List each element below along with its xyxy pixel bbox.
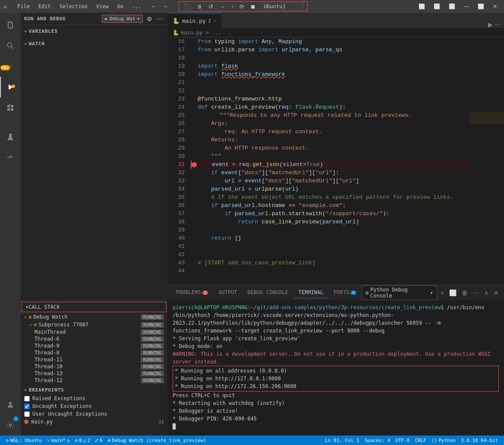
panel-tab-ports[interactable]: PORTS6 <box>328 287 362 298</box>
more-button[interactable]: ⋯ <box>155 15 164 23</box>
call-stack-group-debug-watch[interactable]: ▾ ⚙ Debug Watch RUNNING <box>21 313 167 321</box>
status-encoding[interactable]: UTF-8 <box>393 436 412 445</box>
debug-stepout-button[interactable]: ↑ <box>230 3 235 10</box>
activity-source-control[interactable]: ⑂ 1K+ <box>0 56 21 77</box>
debug-restart-button[interactable]: ⟳ <box>238 3 246 10</box>
layout-button-2[interactable]: ⬜ <box>430 3 444 10</box>
code-content[interactable]: from typing import Any, Mapping from url… <box>189 38 469 285</box>
watch-header[interactable]: ▾ WATCH <box>21 39 167 48</box>
activity-search[interactable] <box>0 35 21 56</box>
maximize-button[interactable]: ⬜ <box>474 3 488 10</box>
terminal-content[interactable]: pierrick@LAPTOP-HKU5PNNG:~/git/add-ons-s… <box>167 300 504 436</box>
activity-extensions[interactable] <box>0 97 21 118</box>
network-icon: ⑇ <box>95 438 98 443</box>
run-button[interactable]: ▶ <box>488 21 493 28</box>
status-debug[interactable]: ⊕ Debug Watch (create_link_preview) <box>105 436 209 445</box>
sidebar: RUN AND DEBUG ▶ Debug Wat ▾ ⚙ ⋯ ▾ VARIAB… <box>21 13 167 436</box>
status-ln-col[interactable]: Ln 81, Col 1 <box>322 436 362 445</box>
raised-exceptions-checkbox[interactable] <box>24 396 30 401</box>
debug-disconnect-button[interactable]: ⏹ <box>249 3 257 10</box>
breakpoints-section: ▾ BREAKPOINTS Raised Exceptions Uncaught… <box>21 384 167 427</box>
editor-more-button[interactable]: ⋯ <box>495 21 501 28</box>
layout-button-1[interactable]: ⬜ <box>415 3 428 10</box>
status-network[interactable]: ⑇ 6 <box>93 436 105 445</box>
thread-12[interactable]: Thread-12 RUNNING <box>21 377 167 384</box>
status-language[interactable]: ⟨⟩ Python <box>429 436 458 445</box>
debug-status-icon: ⊕ <box>108 438 111 443</box>
activity-explorer[interactable] <box>0 15 21 35</box>
language-text: Python <box>438 438 456 443</box>
menu-view[interactable]: View <box>93 3 112 10</box>
activity-run-debug[interactable]: 1 <box>0 77 21 97</box>
split-terminal-button[interactable]: ⬜ <box>447 288 458 297</box>
uncaught-exceptions-checkbox[interactable] <box>24 404 30 409</box>
activity-settings[interactable]: 1 <box>0 415 21 436</box>
menu-go[interactable]: Go <box>114 3 127 10</box>
thread-6[interactable]: Thread-6 RUNNING <box>21 335 167 342</box>
nav-back-button[interactable]: ← <box>149 3 159 10</box>
variables-header[interactable]: ▾ VARIABLES <box>21 27 167 36</box>
thread-13[interactable]: Thread-13 RUNNING <box>21 370 167 377</box>
debug-stop-button[interactable]: ⬛ <box>183 3 192 10</box>
panel-more-button[interactable]: ⋯ <box>471 288 481 297</box>
layout-button-3[interactable]: ⬜ <box>445 3 459 10</box>
menu-edit[interactable]: Edit <box>35 3 54 10</box>
tab-close-button[interactable]: ✕ <box>214 18 217 24</box>
status-branch[interactable]: ⑂ main* ↻ <box>44 436 72 445</box>
activity-accounts[interactable] <box>0 394 21 415</box>
breadcrumb-text: main.py > ... <box>181 30 221 36</box>
panel-tab-output[interactable]: OUTPUT <box>213 287 242 298</box>
thread-8[interactable]: Thread-8 RUNNING <box>21 349 167 356</box>
breakpoint-user-uncaught[interactable]: User Uncaught Exceptions <box>21 410 167 418</box>
panel-maximize-button[interactable]: ∧ <box>482 288 490 297</box>
debug-watch-chevron: ▾ <box>24 315 27 320</box>
thread-10[interactable]: Thread-10 RUNNING <box>21 363 167 370</box>
thread-11[interactable]: Thread-11 RUNNING <box>21 356 167 363</box>
debug-stepin-button[interactable]: → <box>218 3 226 10</box>
menu-selection[interactable]: Selection <box>56 3 91 10</box>
code-line-20: import functions_framework <box>191 70 469 78</box>
menu-more[interactable]: ... <box>129 3 145 10</box>
terminal-line-debugger-active: * Debugger is active! <box>173 407 499 415</box>
debug-pause-button[interactable]: ⏸ <box>195 3 204 10</box>
breakpoint-uncaught-exceptions[interactable]: Uncaught Exceptions <box>21 402 167 410</box>
status-line-ending[interactable]: CRLF <box>412 436 429 445</box>
panel-tab-terminal[interactable]: TERMINAL <box>293 287 329 298</box>
menu-bar: File Edit Selection View Go ... <box>14 3 145 10</box>
breakpoints-header[interactable]: ▾ BREAKPOINTS <box>21 385 167 395</box>
panel-tab-problems[interactable]: PROBLEMS2 <box>171 287 213 298</box>
kill-terminal-button[interactable]: 🗑 <box>460 288 469 297</box>
gear-icon-button[interactable]: ⚙ <box>145 15 154 23</box>
activity-testing[interactable] <box>0 127 21 147</box>
breakpoint-main-py[interactable]: main.py 31 <box>21 418 167 426</box>
debug-status-label: Debug Watch (create_link_preview) <box>112 438 206 443</box>
python-debug-console-label[interactable]: ⚙ Python Debug Console ▾ <box>362 285 437 300</box>
language-icon: ⟨⟩ <box>432 438 437 443</box>
status-errors[interactable]: ⊘ 0 △ 2 <box>72 436 93 445</box>
menu-file[interactable]: File <box>14 3 33 10</box>
thread-9[interactable]: Thread-9 RUNNING <box>21 342 167 349</box>
terminal-line-0: pierrick@LAPTOP-HKU5PNNG:~/git/add-ons-s… <box>173 304 499 335</box>
call-stack-header[interactable]: ▾ CALL STACK <box>22 302 167 312</box>
svg-point-0 <box>7 43 12 47</box>
panel-tab-debug-console[interactable]: DEBUG CONSOLE <box>243 287 293 298</box>
breakpoint-raised-exceptions[interactable]: Raised Exceptions <box>21 395 167 402</box>
ports-badge: 6 <box>350 291 356 295</box>
activity-docker[interactable] <box>0 147 21 168</box>
editor-tab-main-py[interactable]: 🐍 main.py 2 ✕ <box>167 13 222 28</box>
call-stack-subprocess[interactable]: ▾ ⚙ Subprocess 77007 RUNNING <box>21 321 167 329</box>
debug-config-selector[interactable]: ▶ Debug Wat ▾ <box>102 15 143 23</box>
status-version[interactable]: 3.8.10 64-bit <box>458 436 501 445</box>
minimize-button[interactable]: — <box>460 3 472 10</box>
nav-forward-button[interactable]: → <box>161 3 170 10</box>
status-wsl[interactable]: ⎆ WSL: Ubuntu <box>3 436 44 445</box>
add-terminal-button[interactable]: + <box>439 288 446 297</box>
user-uncaught-checkbox[interactable] <box>24 411 30 417</box>
debug-stepover-button[interactable]: ↺ <box>207 3 214 10</box>
thread-mainthread[interactable]: MainThread RUNNING <box>21 329 167 335</box>
breadcrumb: 🐍 main.py > ... <box>167 28 504 38</box>
panel-close-button[interactable]: ✕ <box>492 288 501 297</box>
status-spaces[interactable]: Spaces: 4 <box>362 436 393 445</box>
close-button[interactable]: ✕ <box>489 3 501 10</box>
call-stack-section: ▾ CALL STACK ▾ ⚙ Debug Watch RUNNING ▾ ⚙… <box>21 301 167 384</box>
